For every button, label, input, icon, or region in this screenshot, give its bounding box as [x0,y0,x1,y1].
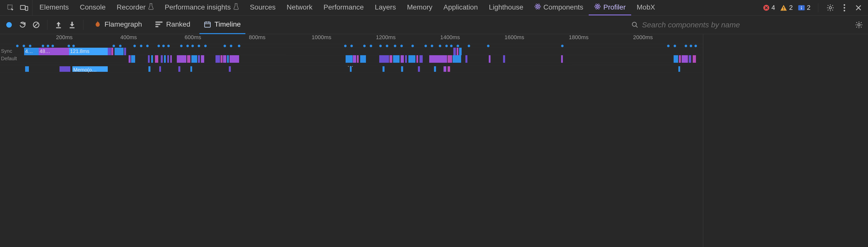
more-vert-icon[interactable] [840,3,849,12]
error-count[interactable]: 4 [763,4,775,11]
timeline-bar[interactable] [401,66,403,72]
timeline-bar[interactable] [416,55,418,63]
schedule-dot[interactable] [344,45,347,47]
schedule-dot[interactable] [42,45,44,47]
timeline-bar[interactable] [489,55,491,63]
timeline-bar[interactable] [459,48,462,55]
profiler-settings-gear-icon[interactable] [855,20,864,29]
schedule-dot[interactable] [72,45,75,47]
timeline-bar[interactable] [679,55,681,63]
schedule-dot[interactable] [157,45,160,47]
timeline-bar[interactable] [191,55,197,63]
tab-performance-insights[interactable]: Performance insights [159,0,244,15]
schedule-dot[interactable] [411,45,414,47]
timeline-bar[interactable] [227,55,229,63]
timeline-bar[interactable]: 4… [24,48,39,55]
schedule-dot[interactable] [370,45,372,47]
schedule-dot[interactable] [386,45,388,47]
schedule-dot[interactable] [694,45,697,47]
timeline-bar[interactable] [382,66,384,72]
timeline-bar[interactable] [229,55,239,63]
tab-recorder[interactable]: Recorder [111,0,159,15]
schedule-dot[interactable] [457,45,459,47]
timeline-bar[interactable] [187,55,190,63]
timeline-bar[interactable] [216,55,220,63]
timeline-bar[interactable] [674,55,678,63]
timeline-bar[interactable] [447,55,452,63]
schedule-dot[interactable] [394,45,396,47]
timeline-bar[interactable]: Memo(o… [72,66,108,72]
timeline-bar[interactable] [167,55,169,63]
timeline-bar[interactable] [379,55,389,63]
timeline-bar[interactable] [393,55,400,63]
timeline-bar[interactable] [443,66,446,72]
schedule-dot[interactable] [468,45,470,47]
tab-components[interactable]: Components [529,0,589,15]
timeline-bar[interactable] [198,55,200,63]
download-icon[interactable] [68,20,76,29]
timeline-bar[interactable] [60,66,70,72]
tab-memory[interactable]: Memory [401,0,438,15]
info-count[interactable]: 2 [798,4,810,11]
timeline-bar[interactable] [693,55,696,63]
record-button[interactable] [4,20,13,29]
schedule-dot[interactable] [431,45,433,47]
tab-network[interactable]: Network [281,0,318,15]
timeline-bar[interactable] [229,66,231,72]
schedule-dot[interactable] [198,45,200,47]
timeline-bar[interactable] [390,55,392,63]
timeline-bar[interactable] [170,55,172,63]
schedule-dot[interactable] [16,45,19,47]
timeline-bar[interactable] [434,66,436,72]
reload-icon[interactable] [18,20,27,29]
schedule-dot[interactable] [487,45,490,47]
timeline-bar[interactable] [220,55,222,63]
schedule-dot[interactable] [119,45,122,47]
schedule-dot[interactable] [238,45,240,47]
timeline-bar[interactable] [429,55,447,63]
schedule-dot[interactable] [23,45,25,47]
timeline-bar[interactable] [408,55,415,63]
schedule-dot[interactable] [350,45,353,47]
timeline-bar[interactable] [561,55,563,63]
view-ranked[interactable]: Ranked [151,16,195,34]
tab-profiler[interactable]: Profiler [589,0,631,15]
timeline-bar[interactable] [360,55,366,63]
timeline-bar[interactable] [129,55,131,63]
timeline-bar[interactable]: 121.8ms [69,48,108,55]
tab-console[interactable]: Console [74,0,111,15]
timeline-bar[interactable] [401,55,404,63]
timeline-bar[interactable] [682,55,688,63]
schedule-dot[interactable] [450,45,453,47]
timeline-bar[interactable] [346,55,352,63]
close-icon[interactable] [854,3,863,12]
timeline-bar[interactable] [164,55,166,63]
timeline-bar[interactable] [678,66,680,72]
tab-elements[interactable]: Elements [34,0,74,15]
schedule-dot[interactable] [146,45,149,47]
timeline-bar[interactable] [124,48,126,55]
schedule-dot[interactable] [223,45,226,47]
timeline-bar[interactable] [131,55,135,63]
schedule-dot[interactable] [445,45,448,47]
schedule-dot[interactable] [191,45,194,47]
schedule-dot[interactable] [52,45,54,47]
timeline-bar[interactable] [178,66,180,72]
device-toggle-icon[interactable] [20,3,29,12]
schedule-dot[interactable] [140,45,143,47]
schedule-dot[interactable] [439,45,441,47]
timeline-bar[interactable] [148,55,150,63]
warning-count[interactable]: 2 [780,4,793,11]
schedule-dot[interactable] [667,45,670,47]
schedule-dot[interactable] [685,45,687,47]
schedule-dot[interactable] [180,45,183,47]
schedule-dot[interactable] [363,45,366,47]
timeline-bar[interactable] [418,66,420,72]
schedule-dot[interactable] [29,45,31,47]
timeline-bar[interactable] [689,55,691,63]
schedule-dot[interactable] [68,45,70,47]
search-input[interactable] [642,21,850,29]
timeline-bar[interactable] [190,66,192,72]
timeline-bar[interactable] [25,66,29,72]
tab-lighthouse[interactable]: Lighthouse [484,0,529,15]
